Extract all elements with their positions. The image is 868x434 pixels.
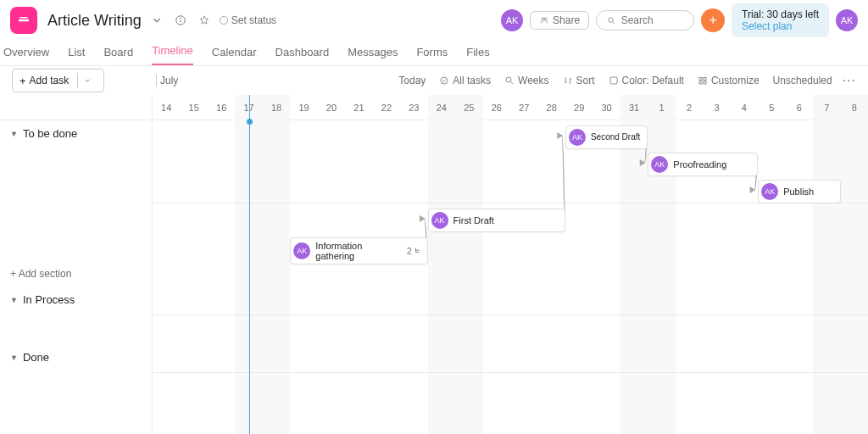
date-column: 7 [813, 95, 840, 120]
user-avatar[interactable]: AK [836, 9, 858, 31]
section-name: In Process [23, 293, 75, 306]
tab-messages[interactable]: Messages [348, 46, 398, 65]
all-tasks-button[interactable]: All tasks [432, 75, 498, 86]
date-column: 25 [455, 95, 482, 120]
svg-rect-1 [19, 17, 27, 18]
tab-calendar[interactable]: Calendar [212, 46, 257, 65]
section-header[interactable]: ▼To be done [0, 120, 153, 147]
share-label: Share [553, 14, 580, 26]
tab-overview[interactable]: Overview [3, 46, 49, 65]
section-header[interactable]: ▼Done [0, 344, 153, 370]
set-status-label: Set status [231, 14, 276, 26]
section-name: Done [23, 351, 49, 364]
today-marker [249, 95, 250, 434]
date-column: 27 [510, 95, 537, 120]
add-task-dropdown[interactable] [77, 73, 97, 88]
tab-list[interactable]: List [68, 46, 85, 65]
color-icon [609, 75, 619, 86]
assignee-avatar: AK [431, 212, 448, 229]
date-column: 31 [620, 95, 648, 120]
more-menu-icon[interactable]: ··· [839, 73, 860, 88]
svg-rect-0 [19, 19, 29, 22]
task-bar[interactable]: AKSecond Draft [565, 125, 648, 149]
assignee-avatar: AK [651, 156, 668, 173]
task-name: First Draft [453, 215, 494, 225]
date-header: 1415161718192021222324252627282930311234… [153, 95, 868, 120]
assignee-avatar: AK [761, 183, 778, 200]
timeline-view: 1415161718192021222324252627282930311234… [0, 95, 868, 434]
section-header[interactable]: ▼In Process [0, 287, 153, 313]
member-avatar[interactable]: AK [501, 9, 523, 31]
status-dot-icon [220, 16, 228, 25]
task-bar[interactable]: AKPublish [758, 180, 840, 203]
task-name: Information gathering [315, 241, 402, 261]
select-plan-link[interactable]: Select plan [742, 20, 819, 32]
star-icon[interactable] [196, 12, 213, 29]
date-column: 29 [565, 95, 593, 120]
tab-dashboard[interactable]: Dashboard [275, 46, 330, 65]
tab-files[interactable]: Files [466, 46, 489, 65]
unscheduled-button[interactable]: Unscheduled [766, 75, 839, 86]
customize-button[interactable]: Customize [691, 75, 766, 86]
task-bar[interactable]: AKFirst Draft [428, 209, 565, 232]
svg-rect-13 [699, 78, 702, 81]
timeline-toolbar: + Add task July Today All tasks Weeks So… [0, 66, 868, 95]
svg-rect-12 [610, 77, 617, 84]
tab-board[interactable]: Board [103, 46, 133, 65]
task-name: Second Draft [591, 133, 640, 142]
today-button[interactable]: Today [392, 75, 432, 86]
share-button[interactable]: Share [530, 11, 589, 30]
sort-button[interactable]: Sort [556, 75, 602, 86]
task-bar[interactable]: AKProofreading [648, 153, 758, 176]
assignee-avatar: AK [569, 129, 586, 146]
date-column: 30 [593, 95, 620, 120]
set-status-button[interactable]: Set status [220, 14, 276, 26]
color-button[interactable]: Color: Default [602, 75, 691, 86]
date-column: 28 [537, 95, 565, 120]
project-icon [10, 7, 37, 34]
search-icon [607, 15, 616, 26]
quick-add-button[interactable]: + [701, 8, 725, 32]
timeline-grid[interactable]: 1415161718192021222324252627282930311234… [153, 95, 868, 434]
date-column: 15 [180, 95, 207, 120]
date-column: 6 [786, 95, 813, 120]
trial-text: Trial: 30 days left [742, 8, 819, 20]
section-row: ▼In Process [153, 287, 868, 315]
svg-point-5 [542, 18, 544, 20]
date-column: 16 [208, 95, 235, 120]
search-input[interactable] [621, 14, 683, 26]
svg-point-6 [544, 18, 547, 20]
date-column: 22 [373, 95, 400, 120]
trial-banner: Trial: 30 days left Select plan [732, 3, 829, 37]
info-icon[interactable] [172, 12, 189, 29]
project-chevron-icon[interactable] [148, 12, 165, 29]
add-task-button[interactable]: + Add task [12, 69, 104, 92]
date-column: 14 [153, 95, 180, 120]
zoom-weeks-button[interactable]: Weeks [498, 75, 555, 86]
sort-icon [563, 75, 573, 86]
chevron-down-icon: ▼ [10, 130, 18, 138]
tab-forms[interactable]: Forms [416, 46, 448, 65]
date-column: 5 [758, 95, 785, 120]
date-column: 24 [428, 95, 455, 120]
date-column: 1 [648, 95, 675, 120]
date-column: 23 [400, 95, 427, 120]
svg-line-11 [511, 82, 514, 85]
search-box[interactable] [596, 10, 694, 31]
svg-point-9 [441, 77, 448, 84]
assignee-avatar: AK [293, 242, 310, 259]
svg-line-8 [613, 21, 615, 23]
date-column: 2 [676, 95, 703, 120]
task-name: Publish [783, 186, 814, 197]
tab-timeline[interactable]: Timeline [152, 44, 193, 65]
svg-rect-14 [704, 78, 706, 81]
section-name: To be done [23, 127, 77, 140]
chevron-down-icon: ▼ [10, 353, 18, 362]
date-column: 3 [703, 95, 730, 120]
sections: ▼To be done▼In Process▼Done+ Add section… [153, 120, 868, 434]
view-tabs: OverviewListBoardTimelineCalendarDashboa… [0, 41, 868, 66]
app-header: Article Writing Set status AK Share + Tr… [0, 0, 868, 41]
add-section-button[interactable]: + Add section [0, 261, 153, 287]
task-bar[interactable]: AKInformation gathering2 [290, 237, 427, 264]
svg-rect-16 [704, 81, 706, 84]
